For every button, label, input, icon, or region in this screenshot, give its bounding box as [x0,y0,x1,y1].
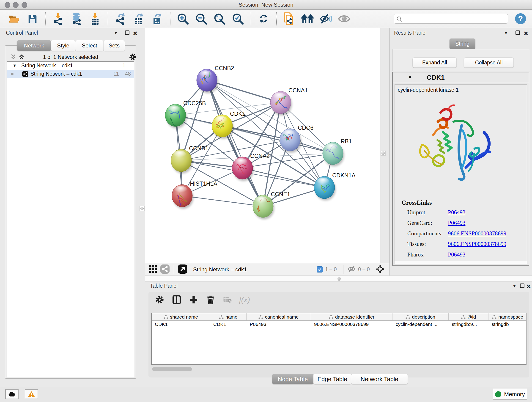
network-node-CDC6[interactable]: CDC6 [280,124,313,153]
panel-close-icon[interactable]: × [526,283,531,290]
crosslink-link[interactable]: P06493 [448,220,465,226]
grid-view-icon[interactable] [149,265,157,274]
network-options-gear-icon[interactable] [129,53,137,61]
network-status-dot [11,73,13,75]
network-edge-count: 48 [125,71,131,77]
add-column-icon[interactable] [188,294,199,305]
tab-select[interactable]: Select [75,40,104,51]
panel-float-icon[interactable] [515,31,520,35]
memory-button[interactable]: Memory [493,389,527,400]
expand-all-button[interactable]: Expand All [413,57,457,68]
panel-menu-icon[interactable]: ▼ [114,31,118,35]
hidden-eye-slash-icon[interactable] [348,266,356,274]
network-edge[interactable] [207,80,263,206]
table-row[interactable]: CDK1 CDK1 P06493 9606.ENSP00000378699 cy… [152,321,526,328]
fit-selected-crosshair-icon[interactable] [375,264,385,275]
export-network-icon[interactable] [114,12,127,26]
network-node-CCNB2[interactable]: CCNB2 [196,65,234,93]
network-node-HIST1H1A[interactable]: HIST1H1A [172,180,217,209]
tab-network[interactable]: Network [17,40,51,51]
tab-sets[interactable]: Sets [104,40,125,51]
column-header[interactable]: canonical name [247,313,311,320]
import-network-from-file-icon[interactable] [52,12,65,26]
network-node-CDK1[interactable]: CDK1 [212,110,245,139]
open-session-icon[interactable] [8,12,21,26]
crosslink-link[interactable]: P06493 [448,209,465,216]
crosslink-link[interactable]: 9606.ENSP00000378699 [448,241,506,247]
network-row-selected[interactable]: String Network – cdk1 11 48 [7,70,134,78]
network-edge[interactable] [222,126,333,153]
show-all-eye-icon[interactable] [338,12,351,26]
tab-node-table[interactable]: Node Table [272,374,313,384]
crosslink-row: Uniprot: P06493 [395,209,527,217]
network-collection-row[interactable]: ▼ String Network – cdk1 1 [7,62,134,70]
network-node-CCNA1[interactable]: CCNA1 [270,87,308,115]
tab-edge-table[interactable]: Edge Table [313,374,351,384]
collapse-all-button[interactable]: Collapse All [464,57,514,68]
column-header[interactable]: database identifier [311,313,393,320]
panel-float-icon[interactable] [520,283,525,288]
selected-count: 1 – 0 [325,266,337,273]
column-header[interactable]: name [210,313,247,320]
zoom-in-icon[interactable] [177,12,189,26]
selected-checkbox-icon[interactable] [317,266,323,273]
open-network-in-window-icon[interactable] [178,264,187,274]
show-columns-icon[interactable] [171,294,182,305]
open-in-string-icon[interactable] [283,12,296,26]
network-selection-row: 1 of 1 Network selected [5,52,136,61]
splitter-handle[interactable] [337,277,341,281]
right-splitter-handle[interactable] [380,151,386,156]
results-scroll-strip[interactable] [394,261,527,264]
network-node-CDC25B[interactable]: CDC25B [165,100,206,128]
left-splitter-handle[interactable] [139,206,145,211]
search-input[interactable] [404,14,505,23]
horizontal-scrollbar-thumb[interactable] [152,367,192,371]
panel-close-icon[interactable]: × [524,30,528,37]
panel-menu-icon[interactable]: ▼ [513,284,516,288]
export-table-icon[interactable] [133,12,145,26]
panel-menu-icon[interactable]: ▼ [504,31,508,35]
column-header[interactable]: @id [449,313,488,320]
network-edge[interactable] [182,196,263,206]
panel-float-icon[interactable] [125,31,129,35]
table-cell: cyclin-dependent ... [393,321,449,328]
tab-string[interactable]: String [450,38,475,49]
refresh-icon[interactable] [257,12,270,26]
network-node-CDKN1A[interactable]: CDKN1A [314,172,355,201]
delete-column-trash-icon[interactable] [205,294,216,305]
delete-table-icon[interactable] [222,294,233,305]
help-icon[interactable]: ? [515,13,526,24]
collection-expander-icon[interactable]: ▼ [13,63,17,68]
gene-expander-icon[interactable]: ▼ [408,75,412,80]
zoom-out-icon[interactable] [195,12,208,26]
node-label: CCNB2 [215,65,234,71]
first-neighbors-houses-icon[interactable] [301,12,314,26]
import-table-from-file-icon[interactable] [89,12,101,26]
save-session-icon[interactable] [26,12,39,26]
tab-network-table[interactable]: Network Table [351,374,408,384]
network-birds-eye-icon[interactable] [160,264,170,274]
zoom-fit-icon[interactable] [213,12,226,26]
panel-close-icon[interactable]: × [133,30,137,37]
table-panel-splitter[interactable] [145,275,532,282]
zoom-selected-icon[interactable] [231,12,244,26]
tab-style[interactable]: Style [51,40,75,51]
gene-header-row[interactable]: ▼ CDK1 [393,72,529,83]
warnings-button[interactable] [25,389,38,399]
import-network-from-database-icon[interactable] [70,12,83,26]
application-window: Session: New Session [0,0,532,402]
network-node-RB1[interactable]: RB1 [323,138,352,166]
crosslink-link[interactable]: P06493 [448,251,465,258]
node-label: CDK1 [230,110,245,117]
export-image-icon[interactable] [151,12,164,26]
table-settings-gear-icon[interactable] [154,294,165,305]
cloud-status-button[interactable] [5,389,19,399]
crosslink-link[interactable]: 9606.ENSP00000378699 [448,230,506,237]
hide-selected-eye-slash-icon[interactable] [319,12,332,26]
network-canvas[interactable]: CCNB2CCNA1CDC25BCDK1CDC6RB1CCNB1CCNA2CDK… [145,28,380,263]
function-builder-icon[interactable]: f(x) [239,294,250,305]
column-header[interactable]: namespace [488,313,527,320]
table-cell: stringdb:9... [449,321,488,328]
column-header[interactable]: description [393,313,449,320]
column-header[interactable]: shared name [152,313,210,320]
